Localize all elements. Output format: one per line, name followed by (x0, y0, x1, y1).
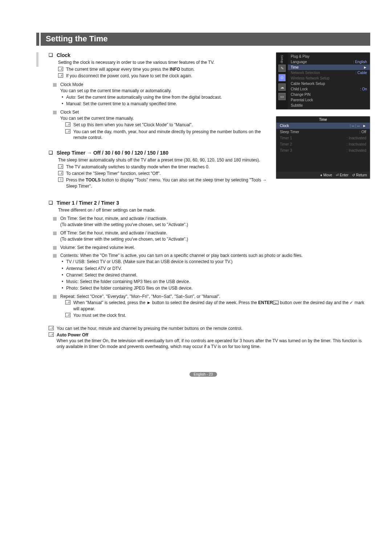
contents-tvusb: TV / USB: Select TV or USB. (Make sure t… (62, 259, 370, 265)
note-icon: 𝒩 (49, 326, 54, 330)
enter-hint: ⏎ Enter (336, 173, 348, 177)
accent-strip (36, 33, 39, 46)
osd-row: Wireless Network Setup (288, 75, 370, 81)
ontime-head: On Time: Set the hour, minute, and activ… (53, 216, 370, 221)
volume-head: Volume: Set the required volume level. (53, 245, 370, 250)
page-title: Setting the Time (41, 33, 370, 46)
osd-row: Child Lock: On (288, 86, 370, 92)
repeat-note-clockfirst: 𝒩You must set the clock first. (65, 312, 370, 318)
note-icon: 𝒩 (65, 122, 70, 127)
repeat-note-manual: 𝒩When "Manual" is selected, press the ► … (65, 300, 370, 311)
note-icon: 𝒩 (58, 164, 63, 169)
osd-row: Subtitle (288, 103, 370, 108)
osd-time-title: Time (276, 116, 370, 123)
note-icon: 𝒩 (65, 129, 70, 134)
square-bullet-icon (53, 295, 57, 299)
folder-icon: ▭ (278, 93, 286, 100)
offtime-head: Off Time: Set the hour, minute, and acti… (53, 230, 370, 236)
osd-time-row: Timer 1: Inactivated (276, 135, 370, 141)
osd-time-row: Clock: -- : -- ► (276, 123, 370, 129)
osd-row: Language: English (288, 59, 370, 65)
note-icon: 𝒩 (58, 171, 63, 175)
clock-note-info: 𝒩The current time will appear every time… (58, 66, 270, 72)
move-hint: ♦ Move (320, 173, 332, 177)
sleep-tools-note: ♫Press the TOOLS button to display "Tool… (58, 177, 270, 189)
ontime-body: (To activate timer with the setting you'… (60, 222, 370, 228)
cloud-icon: ☁ (278, 83, 286, 91)
clock-set-note1: 𝒩Set up this item when you have set "Clo… (65, 122, 270, 128)
contents-antenna: Antenna: Select ATV or DTV. (62, 266, 370, 271)
square-bullet-icon (53, 111, 57, 114)
section-title-bar: Setting the Time (36, 33, 370, 46)
repeat-head: Repeat: Select "Once", "Everyday", "Mon~… (53, 294, 370, 299)
bottom-number-note: 𝒩You can set the hour, minute and channe… (49, 326, 370, 331)
square-bullet-icon (53, 246, 57, 250)
note-icon: 𝒩 (49, 332, 54, 337)
sleep-heading: Sleep Timer → Off / 30 / 60 / 90 / 120 /… (49, 150, 270, 156)
note-icon: 𝒩 (65, 300, 70, 304)
note-icon: 𝒩 (58, 67, 63, 71)
osd-time-row: Timer 3: Inactivated (276, 147, 370, 154)
tools-icon: ♫ (58, 177, 63, 182)
contents-head: Contents: When the "On Time" is active, … (53, 253, 370, 258)
osd-setup-menu: Setup ✎ ⚙ ☁ ▭ Plug & PlayLanguage: Engli… (276, 52, 370, 110)
note-icon: 𝒩 (58, 73, 63, 78)
clock-mode-head: Clock Mode (53, 82, 270, 87)
osd-row: Network Selection: Cable (288, 70, 370, 75)
brush-icon: ✎ (278, 65, 286, 72)
osd-preview-group: Setup ✎ ⚙ ☁ ▭ Plug & PlayLanguage: Engli… (276, 52, 370, 179)
timer-body: Three different on / off timer settings … (58, 207, 370, 213)
auto-power-off: 𝒩Auto Power OffWhen you set the timer On… (49, 332, 370, 350)
osd-row: Parental Lock (288, 97, 370, 103)
clock-set-head: Clock Set (53, 110, 270, 115)
clock-heading: Clock (49, 52, 270, 58)
clock-note-disconnect: 𝒩If you disconnect the power cord, you h… (58, 73, 270, 79)
svg-rect-0 (273, 301, 278, 304)
contents-music: Music: Select the folder containing MP3 … (62, 279, 370, 285)
offtime-body: (To activate timer with the setting you'… (60, 236, 370, 242)
contents-photo: Photo: Select the folder containing JPEG… (62, 285, 370, 291)
return-hint: ↺ Return (352, 173, 367, 177)
square-bullet-icon (53, 254, 57, 258)
clock-mode-manual: Manual: Set the current time to a manual… (62, 101, 270, 107)
page-footer: English - 23 (36, 372, 370, 377)
clock-set-note2: 𝒩You can set the day, month, year, hour … (65, 129, 270, 140)
contents-channel: Channel: Select the desired channel. (62, 272, 370, 278)
page-number-badge: English - 23 (189, 372, 217, 377)
osd-time-menu: Time Clock: -- : -- ►Sleep Timer: OffTim… (276, 116, 370, 179)
note-icon: 𝒩 (65, 313, 70, 317)
gear-icon: ⚙ (278, 74, 286, 81)
osd-row: Plug & Play (288, 54, 370, 59)
square-bullet-icon (53, 83, 57, 87)
content-accent (36, 52, 38, 67)
sleep-note-standby: 𝒩The TV automatically switches to standb… (58, 164, 270, 170)
osd-row: Change PIN (288, 92, 370, 97)
osd-time-row: Sleep Timer: Off (276, 129, 370, 135)
square-bullet-icon (53, 232, 57, 235)
osd-time-row: Timer 2: Inactivated (276, 141, 370, 147)
osd-row: Cable Network Setup (288, 81, 370, 86)
square-bullet-icon (53, 217, 57, 221)
sleep-note-cancel: 𝒩To cancel the "Sleep Timer" function, s… (58, 171, 270, 176)
osd-row: Time► (288, 65, 370, 70)
timer-heading: Timer 1 / Timer 2 / Timer 3 (49, 200, 370, 206)
clock-mode-auto: Auto: Set the current time automatically… (62, 94, 270, 100)
